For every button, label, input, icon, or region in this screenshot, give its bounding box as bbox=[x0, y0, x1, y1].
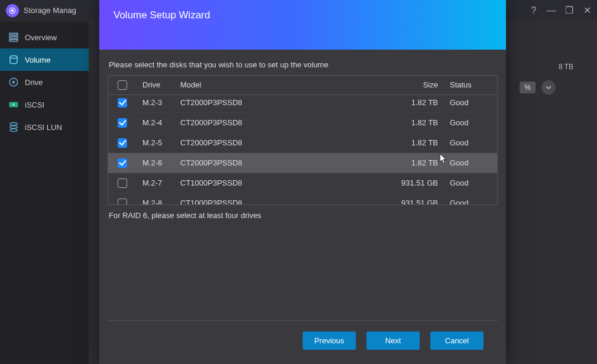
table-row[interactable]: M.2-6CT2000P3PSSD81.82 TBGood bbox=[108, 153, 497, 173]
sidebar-item-iscsi[interactable]: iSiSCSI bbox=[0, 93, 89, 116]
svg-text:iS: iS bbox=[12, 103, 15, 106]
overview-icon bbox=[8, 32, 19, 43]
svg-rect-3 bbox=[9, 37, 18, 38]
cell-model: CT2000P3PSSD8 bbox=[174, 135, 391, 151]
cell-drive: M.2-3 bbox=[137, 95, 174, 110]
help-button[interactable]: ? bbox=[530, 6, 538, 15]
select-all-checkbox[interactable] bbox=[118, 80, 127, 90]
cell-status: Good bbox=[444, 175, 497, 191]
cell-model: CT1000P3PSSD8 bbox=[174, 195, 391, 204]
table-row[interactable]: M.2-3CT2000P3PSSD81.82 TBGood bbox=[108, 95, 497, 113]
sidebar-item-label: Drive bbox=[25, 78, 43, 87]
window-controls: ? — ❐ ✕ bbox=[530, 6, 591, 15]
svg-rect-4 bbox=[9, 40, 18, 41]
row-checkbox[interactable] bbox=[118, 199, 127, 205]
cell-drive: M.2-5 bbox=[137, 135, 174, 151]
col-status[interactable]: Status bbox=[444, 76, 497, 95]
cell-status: Good bbox=[444, 155, 497, 171]
cell-size: 1.82 TB bbox=[391, 115, 444, 131]
volume-icon bbox=[8, 54, 19, 65]
sidebar-item-drive[interactable]: Drive bbox=[0, 71, 89, 93]
cell-drive: M.2-8 bbox=[137, 195, 174, 204]
cell-drive: M.2-4 bbox=[137, 115, 174, 131]
app-icon bbox=[6, 4, 19, 17]
row-checkbox[interactable] bbox=[118, 158, 127, 168]
row-checkbox[interactable] bbox=[118, 118, 127, 128]
sidebar-item-iscsi-lun[interactable]: iSCSI LUN bbox=[0, 116, 89, 138]
cell-model: CT1000P3PSSD8 bbox=[174, 175, 391, 191]
sidebar-item-overview[interactable]: Overview bbox=[0, 26, 89, 48]
modal-instruction: Please select the disks that you wish to… bbox=[99, 60, 506, 75]
svg-point-5 bbox=[10, 56, 17, 58]
table-row[interactable]: M.2-5CT2000P3PSSD81.82 TBGood bbox=[108, 133, 497, 153]
cell-status: Good bbox=[444, 95, 497, 110]
svg-point-11 bbox=[10, 126, 17, 129]
table-body[interactable]: M.2-3CT2000P3PSSD81.82 TBGoodM.2-4CT2000… bbox=[108, 95, 497, 204]
cell-status: Good bbox=[444, 135, 497, 151]
sidebar-item-volume[interactable]: Volume bbox=[0, 48, 89, 71]
raid-hint: For RAID 6, please select at least four … bbox=[99, 205, 506, 220]
cell-model: CT2000P3PSSD8 bbox=[174, 155, 391, 171]
sidebar-item-label: Volume bbox=[25, 56, 50, 64]
svg-rect-2 bbox=[9, 33, 18, 35]
next-button[interactable]: Next bbox=[366, 332, 420, 350]
cell-status: Good bbox=[444, 115, 497, 131]
modal-title: Volume Setup Wizard bbox=[113, 9, 210, 21]
table-row[interactable]: M.2-4CT2000P3PSSD81.82 TBGood bbox=[108, 113, 497, 133]
iscsi-lun-icon bbox=[8, 122, 19, 132]
col-size[interactable]: Size bbox=[391, 76, 444, 95]
drive-icon bbox=[8, 77, 19, 87]
capacity-text: 8 TB bbox=[559, 63, 573, 71]
iscsi-icon: iS bbox=[8, 99, 19, 110]
percent-badge: % bbox=[520, 82, 536, 93]
svg-point-10 bbox=[10, 123, 17, 126]
cell-model: CT2000P3PSSD8 bbox=[174, 115, 391, 131]
sidebar-item-label: iSCSI bbox=[25, 100, 44, 109]
maximize-button[interactable]: ❐ bbox=[565, 6, 573, 15]
table-row[interactable]: M.2-7CT1000P3PSSD8931.51 GBGood bbox=[108, 173, 497, 193]
cell-drive: M.2-7 bbox=[137, 175, 174, 191]
cell-size: 1.82 TB bbox=[391, 95, 444, 110]
chevron-down-icon[interactable] bbox=[541, 80, 556, 95]
table-header: Drive Model Size Status bbox=[108, 76, 497, 95]
modal-header: Volume Setup Wizard bbox=[99, 0, 506, 50]
close-button[interactable]: ✕ bbox=[583, 6, 591, 15]
cell-drive: M.2-6 bbox=[137, 155, 174, 171]
row-checkbox[interactable] bbox=[118, 178, 127, 188]
row-checkbox[interactable] bbox=[118, 98, 127, 108]
capacity-info: 8 TB bbox=[559, 63, 573, 71]
col-model[interactable]: Model bbox=[174, 76, 391, 95]
cell-size: 931.51 GB bbox=[391, 195, 444, 204]
volume-setup-wizard: Volume Setup Wizard Please select the di… bbox=[99, 0, 506, 364]
cancel-button[interactable]: Cancel bbox=[430, 332, 484, 350]
cell-size: 1.82 TB bbox=[391, 155, 444, 171]
disk-table: Drive Model Size Status M.2-3CT2000P3PSS… bbox=[108, 75, 498, 205]
previous-button[interactable]: Previous bbox=[303, 332, 356, 350]
cell-size: 931.51 GB bbox=[391, 175, 444, 191]
table-row[interactable]: M.2-8CT1000P3PSSD8931.51 GBGood bbox=[108, 193, 497, 204]
svg-point-1 bbox=[11, 9, 14, 12]
col-drive[interactable]: Drive bbox=[137, 76, 174, 95]
cell-model: CT2000P3PSSD8 bbox=[174, 95, 391, 110]
svg-point-7 bbox=[13, 82, 15, 83]
sidebar-item-label: Overview bbox=[25, 33, 57, 42]
svg-point-12 bbox=[10, 129, 17, 132]
row-checkbox[interactable] bbox=[118, 138, 127, 148]
modal-footer: Previous Next Cancel bbox=[108, 320, 498, 364]
sidebar: OverviewVolumeDriveiSiSCSIiSCSI LUN bbox=[0, 21, 89, 364]
sidebar-item-label: iSCSI LUN bbox=[25, 123, 62, 132]
cell-size: 1.82 TB bbox=[391, 135, 444, 151]
cell-status: Good bbox=[444, 195, 497, 204]
minimize-button[interactable]: — bbox=[547, 6, 556, 15]
